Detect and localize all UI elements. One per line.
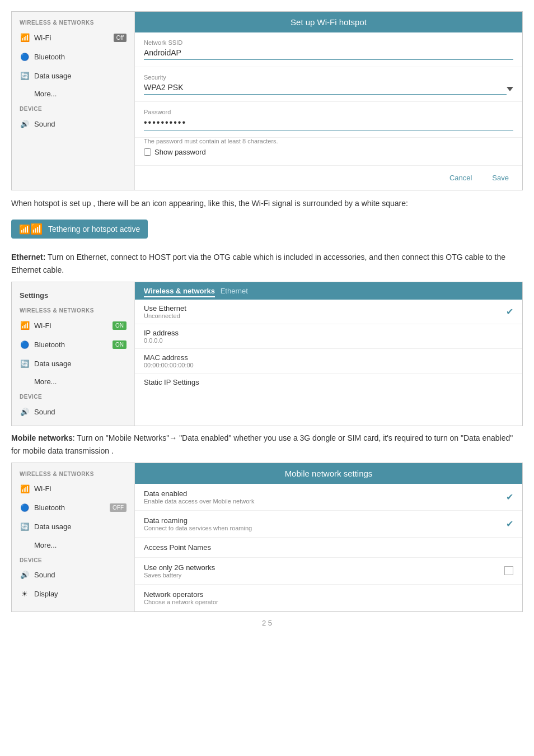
wifi-icon: [20, 32, 30, 43]
sidebar-item-sound[interactable]: Sound: [12, 114, 134, 133]
data-roaming-lhs: Data roaming Connect to data services wh…: [144, 516, 506, 531]
cancel-button[interactable]: Cancel: [445, 171, 476, 184]
sidebar3-item-display[interactable]: Display: [12, 585, 134, 604]
wifi-label2: Wi-Fi: [34, 321, 51, 330]
wireless-networks-title: WIRELESS & NETWORKS: [12, 16, 134, 28]
page-number: 2 5: [11, 619, 523, 627]
device-title: DEVICE: [12, 102, 134, 114]
sound-icon2: [20, 407, 30, 417]
bluetooth-label3: Bluetooth: [34, 503, 65, 512]
use-ethernet-checkmark: ✔: [506, 306, 513, 317]
sidebar2-item-sound[interactable]: Sound: [12, 402, 134, 421]
password-hint: The password must contain at least 8 cha…: [144, 138, 513, 144]
only2g-row[interactable]: Use only 2G networks Saves battery: [135, 558, 522, 585]
data-roaming-checkbox[interactable]: ✔: [506, 519, 513, 529]
ethernet-desc: Ethernet: Turn on Ethernet, connect to H…: [11, 251, 523, 276]
bluetooth-toggle3[interactable]: OFF: [110, 503, 127, 512]
sidebar2-item-wifi[interactable]: Wi-Fi ON: [12, 316, 134, 335]
sidebar-section2: Settings WIRELESS & NETWORKS Wi-Fi ON Bl…: [12, 282, 135, 426]
sidebar2-item-data[interactable]: Data usage: [12, 354, 134, 373]
save-button[interactable]: Save: [488, 171, 513, 184]
only2g-label: Use only 2G networks: [144, 563, 504, 572]
tab-wireless-networks[interactable]: Wireless & networks: [144, 287, 215, 297]
tethering-icon: 📶: [19, 223, 43, 235]
display-label: Display: [34, 590, 58, 598]
more-label: More...: [20, 90, 57, 98]
apn-row[interactable]: Access Point Names: [135, 538, 522, 558]
ethernet-settings: Settings WIRELESS & NETWORKS Wi-Fi ON Bl…: [11, 282, 523, 426]
data-enabled-label: Data enabled: [144, 489, 506, 498]
tethering-badge: 📶 Tethering or hotspot active: [11, 220, 148, 239]
bluetooth-toggle2[interactable]: ON: [113, 340, 127, 349]
data-enabled-sub: Enable data access over Mobile network: [144, 498, 506, 505]
mac-row: MAC address 00:00:00:00:00:00: [135, 349, 522, 374]
data-icon: [20, 71, 30, 81]
security-value[interactable]: WPA2 PSK: [144, 83, 507, 95]
wifi-toggle2[interactable]: ON: [113, 321, 127, 330]
sound-label2: Sound: [34, 408, 55, 416]
sound-icon: [20, 119, 30, 129]
mobile-networks-settings: WIRELESS & NETWORKS Wi-Fi Bluetooth OFF …: [11, 463, 523, 612]
sidebar3-item-wifi[interactable]: Wi-Fi: [12, 479, 134, 498]
network-ops-row[interactable]: Network operators Choose a network opera…: [135, 585, 522, 612]
device-title2: DEVICE: [12, 390, 134, 402]
wifi-icon3: [20, 484, 30, 494]
sidebar-item-wifi[interactable]: Wi-Fi Off: [12, 28, 134, 47]
password-section: Password ••••••••••: [135, 102, 522, 138]
data-label2: Data usage: [34, 360, 72, 368]
data-label3: Data usage: [34, 522, 72, 531]
ssid-section: Network SSID AndroidAP: [135, 32, 522, 67]
only2g-checkbox[interactable]: [504, 566, 513, 575]
bluetooth-icon3: [20, 503, 30, 513]
wifi-hotspot-dialog: WIRELESS & NETWORKS Wi-Fi Off Bluetooth …: [11, 11, 523, 190]
only2g-sub: Saves battery: [144, 572, 504, 578]
ssid-value[interactable]: AndroidAP: [144, 48, 513, 60]
settings-title: Settings: [12, 287, 134, 304]
sidebar2-item-bluetooth[interactable]: Bluetooth ON: [12, 335, 134, 354]
mobile-text: : Turn on "Mobile Networks"→ "Data enabl…: [11, 433, 513, 455]
show-password-row: Show password: [144, 148, 513, 156]
wifi-toggle[interactable]: Off: [114, 34, 127, 42]
tab-ethernet[interactable]: Ethernet: [221, 287, 248, 295]
sidebar-item-data[interactable]: Data usage: [12, 66, 134, 85]
password-value[interactable]: ••••••••••: [144, 118, 513, 130]
mac-value: 00:00:00:00:00:00: [144, 362, 194, 368]
security-section: Security WPA2 PSK: [135, 67, 522, 102]
use-ethernet-row[interactable]: Use Ethernet Unconnected ✔: [135, 300, 522, 324]
ip-row: IP address 0.0.0.0: [135, 324, 522, 349]
more-label3: More...: [20, 541, 57, 549]
sidebar-item-more[interactable]: More...: [12, 85, 134, 102]
dropdown-triangle-icon[interactable]: [507, 87, 513, 91]
desc1-text: When hotspot is set up , there will be a…: [11, 197, 523, 209]
sound-icon3: [20, 570, 30, 580]
more-label2: More...: [20, 377, 57, 386]
dialog-buttons: Cancel Save: [135, 165, 522, 190]
bluetooth-icon2: [20, 339, 30, 349]
sidebar3-item-bluetooth[interactable]: Bluetooth OFF: [12, 498, 134, 517]
wifi-label3: Wi-Fi: [34, 484, 51, 493]
sidebar3-item-more[interactable]: More...: [12, 536, 134, 554]
data-roaming-row[interactable]: Data roaming Connect to data services wh…: [135, 511, 522, 538]
sound-label3: Sound: [34, 571, 55, 579]
hotspot-dialog-panel: Set up Wi-Fi hotspot Network SSID Androi…: [135, 12, 522, 190]
ip-label: IP address: [144, 329, 179, 337]
sidebar-section1: WIRELESS & NETWORKS Wi-Fi Off Bluetooth …: [12, 12, 135, 190]
wireless-networks-title2: WIRELESS & NETWORKS: [12, 304, 134, 316]
password-label: Password: [144, 109, 513, 115]
data-enabled-checkbox[interactable]: ✔: [506, 492, 513, 502]
sidebar3-item-data[interactable]: Data usage: [12, 517, 134, 536]
apn-label: Access Point Names: [144, 543, 513, 552]
ethernet-bold: Ethernet:: [11, 253, 45, 262]
mobile-bold: Mobile networks: [11, 433, 73, 442]
network-ops-label: Network operators: [144, 590, 513, 599]
hotspot-dialog-title: Set up Wi-Fi hotspot: [135, 12, 522, 32]
show-password-checkbox[interactable]: [144, 148, 151, 156]
data-enabled-row[interactable]: Data enabled Enable data access over Mob…: [135, 484, 522, 511]
sidebar-item-bluetooth[interactable]: Bluetooth: [12, 47, 134, 66]
sound-label: Sound: [34, 120, 55, 128]
ethernet-panel: Wireless & networks Ethernet Use Etherne…: [135, 282, 522, 426]
wifi-icon2: [20, 320, 30, 330]
static-ip-button[interactable]: Static IP Settings: [135, 374, 522, 391]
sidebar3-item-sound[interactable]: Sound: [12, 566, 134, 585]
sidebar2-item-more[interactable]: More...: [12, 373, 134, 390]
